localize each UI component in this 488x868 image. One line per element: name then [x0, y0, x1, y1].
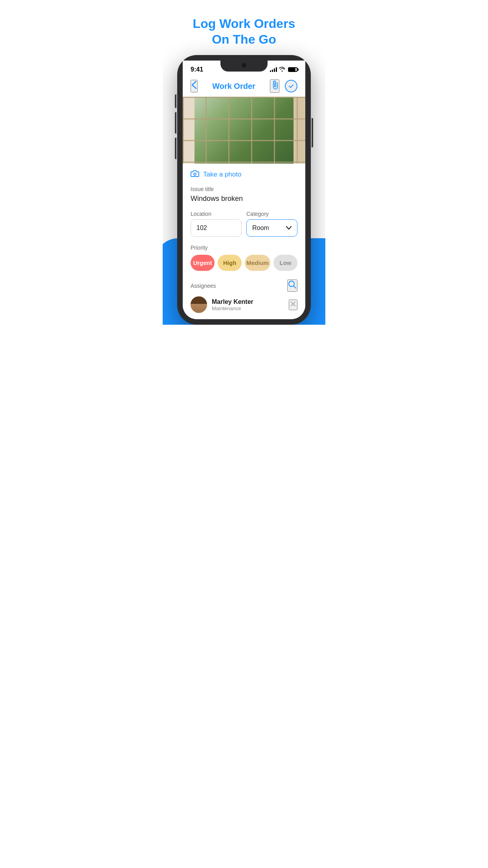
wifi-icon — [279, 66, 285, 73]
svg-point-0 — [194, 173, 196, 175]
take-photo-label: Take a photo — [203, 171, 241, 178]
category-select[interactable]: Room — [246, 219, 297, 237]
assignee-name: Marley Kenter — [212, 298, 284, 305]
location-field: Location 102 — [191, 211, 242, 237]
phone-side-button-2 — [175, 112, 176, 134]
check-button[interactable] — [285, 80, 297, 92]
back-button[interactable] — [191, 80, 198, 92]
phone-side-button-3 — [175, 138, 176, 159]
nav-bar: Work Order — [183, 75, 305, 97]
assignees-search-button[interactable] — [287, 280, 297, 292]
priority-urgent-button[interactable]: Urgent — [191, 255, 215, 271]
priority-buttons: Urgent High Medium Low — [191, 255, 297, 271]
category-value: Room — [252, 224, 269, 232]
priority-medium-button[interactable]: Medium — [245, 255, 270, 271]
nav-actions — [270, 79, 297, 93]
assignees-label: Assignees — [191, 283, 216, 289]
location-label: Location — [191, 211, 242, 217]
status-time: 9:41 — [191, 66, 203, 73]
svg-point-1 — [289, 281, 294, 287]
promo-title-line2: On The Go — [212, 32, 276, 46]
priority-label: Priority — [191, 245, 297, 251]
promo-header: Log Work Orders On The Go — [163, 0, 325, 55]
assignees-section: Assignees — [191, 280, 297, 313]
issue-title-label: Issue title — [191, 186, 297, 192]
dropdown-arrow-icon — [286, 224, 292, 232]
window-grid — [183, 97, 305, 164]
phone-container: 9:41 — [163, 55, 325, 325]
priority-section: Priority Urgent High Medium Low — [191, 245, 297, 271]
promo-title-line1: Log Work Orders — [193, 17, 295, 31]
attach-button[interactable] — [270, 79, 279, 93]
location-category-row: Location 102 Category Room — [191, 211, 297, 237]
assignees-header: Assignees — [191, 280, 297, 292]
form-area: Take a photo Issue title Windows broken … — [183, 164, 305, 319]
phone-side-button-right — [312, 118, 313, 147]
assignee-role: Maintenance — [212, 305, 284, 311]
nav-title: Work Order — [212, 82, 255, 91]
camera-icon — [191, 170, 199, 179]
signal-icon — [270, 67, 277, 72]
battery-icon — [288, 67, 297, 72]
location-input[interactable]: 102 — [191, 219, 242, 237]
issue-title-value: Windows broken — [191, 195, 297, 203]
status-icons — [270, 66, 297, 73]
assignee-info: Marley Kenter Maintenance — [212, 298, 284, 311]
notch — [220, 61, 268, 72]
photo-area — [183, 97, 305, 164]
phone-frame: 9:41 — [177, 55, 311, 325]
priority-high-button[interactable]: High — [218, 255, 242, 271]
remove-assignee-button[interactable] — [289, 300, 297, 310]
category-label: Category — [246, 211, 297, 217]
notch-camera — [242, 63, 246, 68]
assignee-row: Marley Kenter Maintenance — [191, 296, 297, 313]
avatar — [191, 296, 207, 313]
page-wrapper: Log Work Orders On The Go 9:41 — [163, 0, 325, 325]
category-field: Category Room — [246, 211, 297, 237]
take-photo-button[interactable]: Take a photo — [191, 170, 297, 179]
priority-low-button[interactable]: Low — [273, 255, 297, 271]
phone-screen: 9:41 — [183, 61, 305, 319]
issue-title-field: Issue title Windows broken — [191, 186, 297, 203]
phone-side-button-1 — [175, 94, 176, 108]
